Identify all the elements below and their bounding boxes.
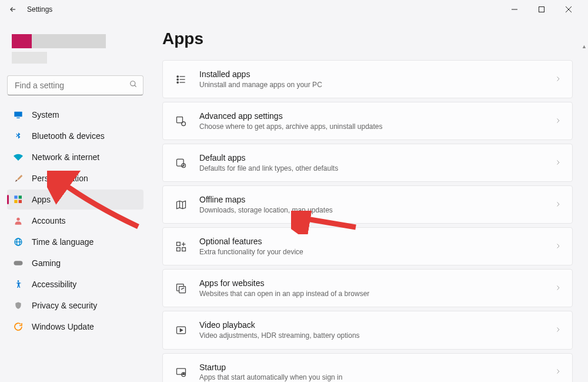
sidebar-item-label: Personalization — [32, 174, 88, 183]
chevron-right-icon — [554, 367, 562, 377]
svg-rect-28 — [177, 242, 181, 245]
card-offline-maps[interactable]: Offline maps Downloads, storage location… — [162, 185, 573, 224]
card-subtitle: Extra functionality for your device — [199, 247, 554, 257]
gear-app-icon — [173, 114, 189, 129]
sidebar-item-label: Accessibility — [32, 280, 76, 289]
sidebar: System Bluetooth & devices Network & int… — [0, 19, 151, 382]
system-icon — [13, 109, 24, 120]
sidebar-item-label: Apps — [32, 195, 51, 204]
chevron-right-icon — [554, 325, 562, 336]
maximize-icon — [539, 6, 544, 12]
gamepad-icon — [13, 258, 24, 268]
map-icon — [173, 197, 189, 212]
svg-rect-29 — [177, 248, 181, 251]
redacted-name — [32, 34, 106, 48]
apps-icon — [13, 194, 24, 205]
card-title: Video playback — [199, 320, 554, 331]
card-title: Advanced app settings — [199, 111, 554, 122]
sidebar-item-apps[interactable]: Apps — [7, 190, 143, 210]
sidebar-item-accounts[interactable]: Accounts — [7, 211, 143, 231]
card-apps-for-websites[interactable]: Apps for websites Websites that can open… — [162, 269, 573, 307]
card-default-apps[interactable]: Default apps Defaults for file and link … — [162, 144, 573, 182]
sidebar-item-label: Windows Update — [32, 322, 94, 331]
sidebar-item-gaming[interactable]: Gaming — [7, 253, 143, 273]
redacted-email — [12, 52, 47, 64]
card-video-playback[interactable]: Video playback Video adjustments, HDR st… — [162, 311, 573, 349]
maximize-button[interactable] — [528, 0, 555, 19]
shield-icon — [13, 300, 24, 311]
sidebar-item-label: Network & internet — [32, 152, 99, 162]
card-title: Offline maps — [199, 194, 554, 205]
sidebar-item-windows-update[interactable]: Windows Update — [7, 317, 143, 337]
card-subtitle: Video adjustments, HDR streaming, batter… — [199, 331, 554, 340]
svg-point-22 — [177, 81, 179, 83]
card-title: Apps for websites — [199, 278, 554, 289]
main-content: ▲ Apps Installed apps Uninstall and mana… — [151, 19, 588, 382]
window-title: Settings — [27, 5, 52, 14]
bluetooth-icon — [13, 131, 24, 141]
svg-rect-7 — [16, 118, 19, 118]
svg-rect-30 — [182, 248, 186, 251]
svg-rect-1 — [539, 7, 544, 12]
card-subtitle: Defaults for file and link types, other … — [199, 164, 554, 173]
profile-area[interactable] — [7, 31, 143, 66]
card-installed-apps[interactable]: Installed apps Uninstall and manage apps… — [162, 60, 573, 98]
svg-point-20 — [177, 78, 179, 80]
sidebar-nav: System Bluetooth & devices Network & int… — [7, 105, 143, 337]
svg-rect-26 — [177, 159, 184, 166]
svg-rect-16 — [14, 261, 23, 265]
card-advanced-app-settings[interactable]: Advanced app settings Choose where to ge… — [162, 102, 573, 140]
chevron-right-icon — [554, 116, 562, 127]
sidebar-item-label: Bluetooth & devices — [32, 131, 105, 141]
svg-rect-6 — [14, 112, 22, 117]
web-app-icon — [173, 281, 189, 296]
svg-point-4 — [131, 81, 135, 86]
card-subtitle: Websites that can open in an app instead… — [199, 289, 554, 298]
svg-rect-9 — [19, 195, 22, 198]
window-controls — [501, 0, 582, 19]
search-input[interactable] — [7, 75, 143, 95]
search-container — [7, 75, 143, 95]
svg-point-18 — [177, 75, 179, 77]
sidebar-item-bluetooth[interactable]: Bluetooth & devices — [7, 126, 143, 146]
optional-features-icon — [173, 239, 189, 254]
avatar — [12, 34, 32, 48]
sidebar-item-label: System — [32, 110, 59, 119]
card-startup[interactable]: Startup Apps that start automatically wh… — [162, 353, 573, 382]
sidebar-item-accessibility[interactable]: Accessibility — [7, 274, 143, 294]
list-icon — [173, 72, 189, 87]
startup-icon — [173, 364, 189, 380]
chevron-right-icon — [554, 283, 562, 294]
sidebar-item-label: Accounts — [32, 216, 66, 225]
sidebar-item-system[interactable]: System — [7, 105, 143, 125]
svg-point-17 — [18, 280, 19, 282]
search-icon — [129, 80, 138, 91]
back-button[interactable] — [6, 2, 20, 16]
svg-rect-11 — [19, 200, 22, 203]
sidebar-item-personalization[interactable]: Personalization — [7, 168, 143, 188]
wifi-icon — [13, 152, 24, 162]
globe-icon — [13, 237, 24, 247]
card-subtitle: Downloads, storage location, map updates — [199, 205, 554, 215]
page-title: Apps — [162, 29, 573, 48]
svg-rect-24 — [177, 117, 183, 122]
chevron-right-icon — [554, 74, 562, 85]
sidebar-item-label: Time & language — [32, 237, 93, 247]
sidebar-item-network[interactable]: Network & internet — [7, 147, 143, 167]
arrow-left-icon — [9, 5, 17, 14]
close-button[interactable] — [555, 0, 582, 19]
chevron-right-icon — [554, 200, 562, 210]
video-icon — [173, 323, 189, 338]
svg-point-25 — [182, 121, 186, 125]
sidebar-item-privacy[interactable]: Privacy & security — [7, 295, 143, 315]
scroll-up-indicator[interactable]: ▲ — [582, 44, 587, 49]
card-optional-features[interactable]: Optional features Extra functionality fo… — [162, 227, 573, 265]
minimize-button[interactable] — [501, 0, 528, 19]
sidebar-item-time-language[interactable]: Time & language — [7, 232, 143, 252]
accessibility-icon — [13, 279, 24, 290]
title-bar: Settings — [0, 0, 588, 19]
brush-icon — [13, 173, 24, 184]
svg-rect-8 — [14, 195, 17, 198]
card-subtitle: Uninstall and manage apps on your PC — [199, 80, 554, 89]
sidebar-item-label: Privacy & security — [32, 301, 97, 310]
